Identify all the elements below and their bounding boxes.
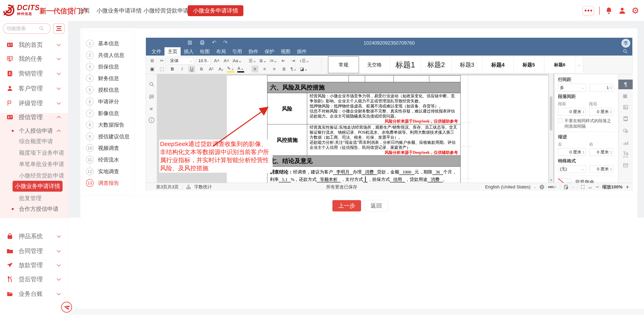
nav-tab-micro-detail[interactable]: 小微业务申请详情: [96, 0, 142, 21]
fit-width-icon[interactable]: ↔: [588, 184, 592, 190]
step-item-5[interactable]: 5授权信息: [82, 86, 134, 94]
image-panel-icon[interactable]: [623, 104, 628, 110]
increase-font-icon[interactable]: A˄: [213, 57, 220, 64]
tab-view[interactable]: 视图: [278, 47, 294, 56]
align-left-icon[interactable]: ≡: [252, 66, 258, 73]
step-item-3[interactable]: 3担保信息: [82, 63, 134, 71]
spacing-after-stepper[interactable]: 0 厘米▴▾: [589, 108, 613, 116]
report-table[interactable]: 六、风险及风控措施 风险 经营风险：小微企业市场竞争力弱，易受行业波动（如政策变…: [267, 75, 460, 183]
nav-tab-home[interactable]: 主页: [79, 0, 90, 21]
step-item-6[interactable]: 6申请评分: [82, 98, 134, 106]
navigation-icon[interactable]: [149, 106, 154, 112]
sidebar-item-ledger[interactable]: 业务台账: [0, 289, 68, 298]
tab-layout[interactable]: 布局: [213, 47, 229, 56]
sidebar-item-contracts[interactable]: 合同管理: [0, 246, 68, 256]
sidebar-item-credit[interactable]: 授信管理: [0, 113, 68, 122]
sidebar-item-customers[interactable]: 客户管理: [0, 84, 68, 93]
zoom-out-icon[interactable]: −: [596, 184, 599, 190]
float-plane-button[interactable]: [61, 302, 72, 312]
back-button[interactable]: 返回: [364, 200, 388, 211]
align-right-icon[interactable]: ≡: [271, 66, 278, 73]
sidebar-subitem-quota[interactable]: 综合额度申请: [0, 137, 68, 145]
special-format-stepper[interactable]: 0 厘米▴▾: [589, 165, 613, 173]
copy-icon[interactable]: ⧉: [149, 57, 156, 64]
scrollbar-thumb[interactable]: [550, 96, 552, 131]
step-item-11[interactable]: 11经营流水: [82, 156, 134, 164]
style-heading5[interactable]: 标题5: [513, 56, 544, 73]
sidebar-item-post-loan[interactable]: 贷后管理: [0, 275, 68, 284]
font-name-select[interactable]: 宋体⌄: [168, 57, 194, 64]
conclusion-content[interactable]: 调查结论：经调查，建议为客户李明月办理消费贷款，金额1000元，期限36个月，利…: [268, 167, 460, 183]
style-heading3[interactable]: 标题3: [452, 56, 482, 73]
sidebar-item-marketing[interactable]: 营销管理: [0, 69, 68, 78]
sidebar-item-disbursement[interactable]: 放款管理: [0, 260, 68, 270]
tab-home[interactable]: 主页: [164, 47, 181, 56]
numbered-list-icon[interactable]: ≣⌄: [259, 57, 267, 64]
line-spacing-icon[interactable]: ↕☰⌄: [300, 57, 310, 64]
bell-icon[interactable]: [605, 7, 613, 15]
spacing-before-stepper[interactable]: 0 厘米▴▾: [558, 108, 586, 116]
nav-tab-micro-loan[interactable]: 小微经营贷款申请: [144, 0, 189, 21]
step-item-13-active[interactable]: 13调查报告: [82, 179, 134, 187]
background-color-picker[interactable]: ⌄: [558, 178, 572, 183]
align-center-icon[interactable]: ≡: [261, 66, 268, 73]
select-icon[interactable]: ⬚: [158, 66, 165, 73]
bullet-list-icon[interactable]: ☰⌄: [249, 57, 256, 64]
track-changes-icon[interactable]: [564, 184, 569, 190]
font-size-select[interactable]: 10.5⌄: [197, 57, 210, 64]
decrease-font-icon[interactable]: A˅: [223, 57, 230, 64]
chart-panel-icon[interactable]: [623, 140, 628, 146]
search-input[interactable]: [6, 26, 39, 31]
step-item-1[interactable]: 1基本信息: [82, 39, 134, 48]
line-spacing-stepper[interactable]: 1▴▾: [589, 84, 613, 92]
checkbox-icon[interactable]: [558, 118, 562, 123]
change-case-icon[interactable]: Aa⌄: [233, 57, 242, 64]
highlight-color-icon[interactable]: ✎⌄: [227, 66, 234, 73]
justify-icon[interactable]: ≣: [280, 66, 288, 73]
decrease-indent-icon[interactable]: ⇤: [280, 57, 287, 64]
comments-icon[interactable]: [149, 94, 154, 100]
italic-icon[interactable]: I: [178, 66, 186, 73]
indent-right-stepper[interactable]: 0 厘米▴▾: [589, 148, 613, 156]
step-item-10[interactable]: 10视频调查: [82, 144, 134, 152]
previous-step-button[interactable]: 上一步: [332, 200, 361, 211]
sidebar-group-personal-credit[interactable]: 个人授信申请: [0, 127, 68, 135]
header-footer-panel-icon[interactable]: [623, 116, 628, 122]
globe-icon[interactable]: [539, 184, 544, 190]
table-panel-icon[interactable]: ▦: [623, 93, 628, 99]
menu-collapse-button[interactable]: [53, 23, 64, 34]
step-item-4[interactable]: 4财务信息: [82, 74, 134, 82]
zoom-in-icon[interactable]: +: [626, 184, 629, 190]
more-actions-button[interactable]: [583, 6, 594, 15]
tab-collaboration[interactable]: 协作: [245, 47, 261, 56]
multilevel-list-icon[interactable]: ⁝≡⌄: [270, 57, 277, 64]
tab-insert[interactable]: 插入: [181, 47, 197, 56]
nav-tab-active[interactable]: 小微业务申请详情: [188, 5, 244, 16]
info-icon[interactable]: i: [149, 117, 154, 123]
cut-icon[interactable]: ✂: [158, 57, 165, 64]
sidebar-group-partner-credit[interactable]: 合作方授信申请: [0, 205, 68, 213]
vertical-scrollbar[interactable]: ▼: [549, 74, 553, 183]
step-item-8[interactable]: 8大数据报告: [82, 121, 134, 129]
blank-payment-method[interactable]: [363, 177, 368, 182]
style-heading2[interactable]: 标题2: [420, 56, 452, 73]
page-indicator[interactable]: 第3页共3页: [156, 184, 178, 190]
no-gap-option[interactable]: 不要在相同样式的段落之间添加间隔: [558, 118, 614, 129]
fit-page-icon[interactable]: ⛶: [581, 184, 584, 190]
style-heading6[interactable]: 标题6: [544, 56, 575, 73]
sidebar-subitem-selected[interactable]: 小微业务申请详情: [12, 181, 62, 192]
subscript-icon[interactable]: A₂: [217, 66, 224, 73]
style-normal[interactable]: 常规: [328, 56, 359, 73]
sidebar-item-my-home[interactable]: 我的首页: [0, 40, 68, 50]
shading-icon[interactable]: ◪⌄: [300, 66, 308, 73]
step-item-2[interactable]: 2共借人信息: [82, 51, 134, 59]
step-item-7[interactable]: 7影像信息: [82, 109, 134, 117]
style-heading4[interactable]: 标题4: [482, 56, 514, 73]
scrollbar-down-icon[interactable]: ▼: [549, 177, 554, 183]
step-item-12[interactable]: 12实地调查: [82, 167, 134, 175]
language-selector[interactable]: English (United States): [485, 184, 530, 190]
user-icon[interactable]: [618, 7, 626, 15]
sidebar-subitem-micro-loan[interactable]: 小微经营贷款申请: [0, 172, 68, 180]
tab-references[interactable]: 引用: [229, 47, 245, 56]
bold-icon[interactable]: B: [169, 66, 176, 73]
